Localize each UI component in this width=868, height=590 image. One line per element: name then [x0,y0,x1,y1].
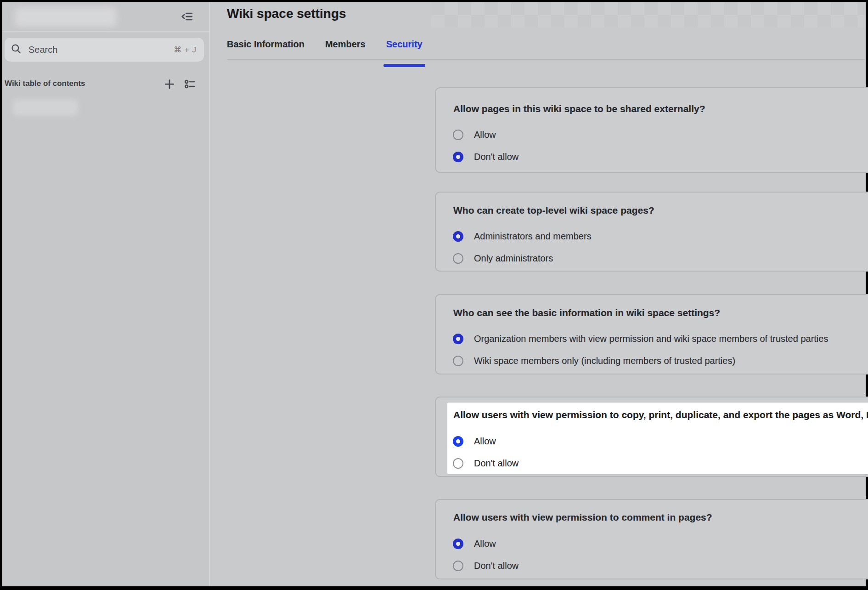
tab-members[interactable]: Members [325,38,366,59]
radio-unselected-icon[interactable] [453,356,463,366]
radio-unselected-icon[interactable] [453,561,463,571]
tabs-divider [227,59,865,60]
app-content: Search ⌘ + J Wiki table of contents [2,2,866,586]
radio-option[interactable]: Allow [453,129,496,140]
tab-basic-information[interactable]: Basic Information [227,38,304,59]
radio-option[interactable]: Allow [453,436,496,447]
card-external-sharing: Allow pages in this wiki space to be sha… [435,87,868,173]
sidebar-header-divider [2,31,209,32]
radio-option-label: Allow [474,539,496,549]
radio-option-label: Organization members with view permissio… [474,334,828,344]
card-top-level-page-creation: Who can create top-level wiki space page… [435,192,868,272]
radio-unselected-icon[interactable] [453,458,463,469]
radio-selected-icon[interactable] [453,152,463,162]
workspace-logo-redacted [15,7,117,27]
wiki-toc-label: Wiki table of contents [5,79,85,88]
search-shortcut-hint: ⌘ + J [174,45,197,55]
radio-option[interactable]: Only administrators [453,253,553,264]
radio-selected-icon[interactable] [453,231,463,242]
radio-option[interactable]: Don't allow [453,151,519,162]
radio-option[interactable]: Wiki space members only (including membe… [453,355,735,366]
radio-option-label: Don't allow [474,152,519,162]
radio-selected-icon[interactable] [453,436,463,447]
manage-toc-button[interactable] [183,77,197,91]
radio-option[interactable]: Don't allow [453,560,519,571]
radio-option-label: Wiki space members only (including membe… [474,356,735,366]
radio-selected-icon[interactable] [453,539,463,549]
settings-tabs: Basic InformationMembersSecurity [227,38,423,59]
radio-option-label: Don't allow [474,458,519,469]
radio-option[interactable]: Administrators and members [453,231,592,242]
radio-option-label: Don't allow [474,561,519,571]
page-title: Wiki space settings [227,6,346,21]
search-input[interactable]: Search ⌘ + J [5,38,204,62]
radio-option-label: Only administrators [474,253,553,264]
setting-question: Who can see the basic information in wik… [453,307,720,318]
setting-question: Allow pages in this wiki space to be sha… [453,103,705,114]
radio-unselected-icon[interactable] [453,253,463,264]
radio-option-label: Allow [474,130,496,140]
radio-option-label: Allow [474,436,496,447]
add-page-button[interactable] [163,77,176,91]
radio-unselected-icon[interactable] [453,130,463,140]
collapse-sidebar-button[interactable] [179,9,195,25]
radio-selected-icon[interactable] [453,334,463,344]
app-window: Search ⌘ + J Wiki table of contents [0,0,868,590]
wiki-toc-header: Wiki table of contents [2,76,209,92]
search-icon [10,43,22,57]
radio-option[interactable]: Don't allow [453,458,519,469]
card-copy-print-export: Allow users with view permission to copy… [435,397,868,477]
wiki-settings-panel: Wiki space settings Basic InformationMem… [210,2,866,586]
radio-option[interactable]: Allow [453,538,496,549]
setting-question: Who can create top-level wiki space page… [453,205,654,216]
collapse-sidebar-icon [180,18,194,25]
tab-security[interactable]: Security [386,38,423,59]
card-basic-info-visibility: Who can see the basic information in wik… [435,294,868,374]
card-comment-permission: Allow users with view permission to comm… [435,499,868,579]
sidebar: Search ⌘ + J Wiki table of contents [2,2,210,586]
setting-question: Allow users with view permission to comm… [453,512,712,523]
plus-icon [163,85,176,92]
list-settings-icon [183,85,197,92]
wiki-page-item-redacted[interactable] [13,99,78,116]
setting-question: Allow users with view permission to copy… [453,409,868,420]
radio-option-label: Administrators and members [474,231,592,242]
search-placeholder: Search [28,45,174,55]
radio-option[interactable]: Organization members with view permissio… [453,333,828,344]
redacted-toolbar-area [431,2,866,28]
